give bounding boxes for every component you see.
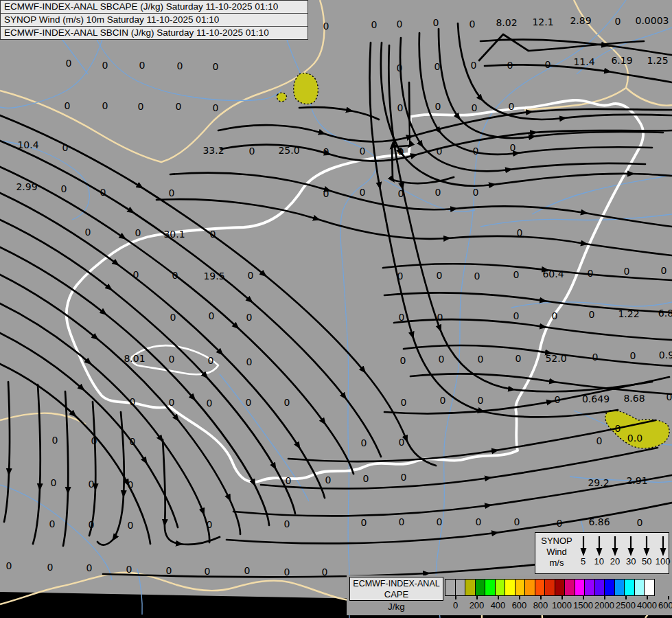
cape-color-cell: [475, 579, 486, 596]
header-line-sbcin: ECMWF-INDEX-ANAL SBCIN (J/kg) Saturday 1…: [1, 27, 308, 39]
tick-mark: [604, 596, 605, 599]
wind-speed-label: 10: [594, 556, 604, 566]
wind-speed-label: 5: [581, 556, 586, 566]
cape-color-cell: [465, 579, 476, 596]
down-arrow-icon: [610, 535, 620, 557]
wind-speed-label: 30: [626, 556, 636, 566]
tick-mark: [498, 596, 499, 599]
cape-color-cell: [515, 579, 526, 596]
wind-legend-scale: 510203050100: [575, 535, 671, 566]
cape-color-cell: [634, 579, 645, 596]
tick-label: 6000: [653, 600, 672, 610]
tick-mark: [540, 596, 542, 599]
cape-color-cell: [604, 579, 615, 596]
down-arrow-icon: [579, 535, 588, 557]
tick-mark: [583, 596, 584, 599]
cape-color-cell: [544, 579, 555, 596]
cape-legend-units: J/kg: [349, 602, 443, 612]
down-arrow-icon: [594, 535, 604, 557]
cape-color-cell: [535, 579, 546, 596]
tick-mark: [647, 596, 648, 599]
down-arrow-icon: [626, 535, 636, 557]
wind-legend-title: SYNOP Wind m/s: [538, 536, 575, 569]
tick-mark: [625, 596, 627, 599]
cape-color-cell: [584, 579, 595, 596]
tick-mark: [561, 596, 563, 599]
weather-map-stage: 8.0212.12.890.00030000000011.46.191.2500…: [0, 0, 672, 618]
cape-colorbar: [445, 579, 655, 596]
cape-color-cell: [624, 579, 635, 596]
wind-legend: SYNOP Wind m/s 510203050100: [535, 532, 669, 574]
cape-color-cell: [505, 579, 515, 596]
wind-speed-label: 100: [656, 556, 671, 566]
wind-legend-units: m/s: [538, 558, 575, 569]
wind-scale-column: 5: [575, 535, 591, 566]
cape-color-cell: [455, 579, 466, 596]
cape-color-cell: [614, 579, 625, 596]
cape-color-cell: [575, 579, 586, 596]
map-header: ECMWF-INDEX-ANAL SBCAPE (J/kg) Saturday …: [0, 0, 308, 40]
cape-color-cell: [445, 579, 456, 596]
down-arrow-icon: [642, 535, 651, 557]
wind-scale-column: 30: [623, 535, 639, 566]
header-line-wind: SYNOP Wind (m/s) 10m Saturday 11-10-2025…: [1, 14, 308, 27]
map-background: [0, 0, 672, 618]
map-canvas: [0, 0, 672, 618]
down-arrow-icon: [658, 535, 668, 557]
cape-color-cell: [594, 579, 605, 596]
cape-legend-source: ECMWF-INDEX-ANAL: [350, 578, 443, 589]
wind-legend-param: Wind: [538, 547, 575, 558]
wind-scale-column: 50: [639, 535, 655, 566]
cape-color-cell: [564, 579, 575, 596]
wind-speed-label: 20: [610, 556, 620, 566]
tick-mark: [455, 596, 456, 599]
tick-mark: [476, 596, 478, 599]
cape-legend-titlebox: ECMWF-INDEX-ANAL CAPE: [349, 577, 443, 601]
wind-legend-source: SYNOP: [538, 536, 575, 547]
cape-color-cell: [524, 579, 535, 596]
wind-scale-column: 20: [607, 535, 623, 566]
wind-scale-column: 10: [591, 535, 607, 566]
cape-color-cell: [495, 579, 506, 596]
cape-legend-param: CAPE: [350, 589, 443, 599]
cape-colorbar-ticks: 0200400600800100015002000250040006000: [445, 596, 669, 614]
cape-color-cell: [644, 579, 655, 596]
tick-mark: [668, 596, 669, 599]
cape-color-cell: [555, 579, 566, 596]
cape-color-cell: [485, 579, 496, 596]
wind-scale-column: 100: [655, 535, 671, 566]
header-line-sbcape: ECMWF-INDEX-ANAL SBCAPE (J/kg) Saturday …: [1, 1, 308, 14]
tick-mark: [519, 596, 520, 599]
wind-speed-label: 50: [642, 556, 651, 566]
